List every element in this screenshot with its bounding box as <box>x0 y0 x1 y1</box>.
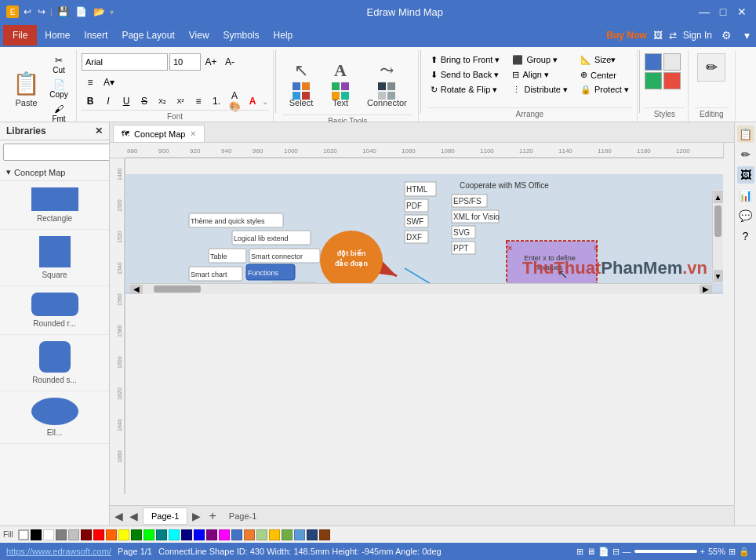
distribute-btn[interactable]: ⋮ Distribute ▾ <box>509 83 571 96</box>
scroll-horizontal[interactable]: ◀ ▶ <box>130 283 712 294</box>
shape-rounded-square[interactable]: Rounded s... <box>0 335 109 391</box>
save-quick[interactable]: 💾 <box>56 5 71 19</box>
status-icon-5[interactable]: ⊞ <box>729 547 736 557</box>
bold-btn[interactable]: B <box>82 93 99 110</box>
menu-expand-icon[interactable]: ▾ <box>741 27 753 43</box>
text-tool-btn[interactable]: A Text <box>322 53 359 115</box>
underline-btn[interactable]: U <box>118 93 135 110</box>
superscript-btn[interactable]: X² <box>172 93 189 110</box>
color-black[interactable] <box>31 529 42 540</box>
restore-btn[interactable]: □ <box>715 4 731 20</box>
status-icon-6[interactable]: 🔒 <box>739 547 750 557</box>
color-orange[interactable] <box>106 529 117 540</box>
connector-tool-btn[interactable]: ⤳ Connector <box>361 53 413 115</box>
send-to-back-btn[interactable]: ⬇ Send to Back ▾ <box>427 68 503 82</box>
color-maroon[interactable] <box>81 529 92 540</box>
page-nav-right-btn[interactable]: ▶ <box>191 510 202 522</box>
color-silver[interactable] <box>68 529 79 540</box>
scroll-right-btn[interactable]: ▶ <box>700 285 712 294</box>
view-menu[interactable]: View <box>183 25 216 45</box>
redo-btn[interactable]: ↪ <box>36 5 47 19</box>
canvas-area[interactable]: HTML PDF SWF DXF Cooperate with MS Offic… <box>114 174 723 294</box>
no-fill-btn[interactable] <box>18 529 29 540</box>
increase-font-btn[interactable]: A+ <box>202 53 220 71</box>
symbols-menu[interactable]: Symbols <box>217 25 266 45</box>
rp-btn-1[interactable]: 📋 <box>737 125 754 143</box>
shape-rectangle[interactable]: Rectangle <box>0 181 109 230</box>
color-darkblue[interactable] <box>307 529 318 540</box>
add-page-btn[interactable]: + <box>205 509 219 523</box>
libraries-close-btn[interactable]: ✕ <box>95 125 103 136</box>
font-name-input[interactable] <box>82 53 168 71</box>
color-steelblue[interactable] <box>294 529 305 540</box>
font-highlight-btn[interactable]: A🎨 <box>226 93 243 110</box>
copy-btn[interactable]: 📄 Copy <box>46 78 71 100</box>
status-icon-2[interactable]: 🖥 <box>587 547 595 556</box>
color-purple[interactable] <box>206 529 217 540</box>
rp-btn-5[interactable]: 💬 <box>737 207 754 224</box>
status-icon-4[interactable]: ⊟ <box>612 547 620 557</box>
bring-to-front-btn[interactable]: ⬆ Bring to Front ▾ <box>427 53 503 67</box>
style-swatch-4[interactable] <box>663 72 681 89</box>
zoom-plus-btn[interactable]: + <box>700 547 705 556</box>
decrease-font-btn[interactable]: A- <box>221 53 238 71</box>
rotate-flip-btn[interactable]: ↻ Rotate & Flip ▾ <box>427 83 503 96</box>
open-quick[interactable]: 📂 <box>92 5 107 19</box>
rp-btn-6[interactable]: ? <box>737 227 754 245</box>
sign-in-btn[interactable]: Sign In <box>683 30 712 41</box>
size-btn[interactable]: 📐 Size▾ <box>577 53 632 67</box>
page-prev-btn[interactable]: ◀ <box>113 510 125 522</box>
libraries-search-input[interactable] <box>3 144 110 161</box>
settings-icon[interactable]: ⚙ <box>718 27 735 43</box>
color-white[interactable] <box>43 529 54 540</box>
font-color-btn[interactable]: A <box>244 93 261 110</box>
color-gray[interactable] <box>56 529 67 540</box>
select-tool-btn[interactable]: ↖ Select <box>282 53 320 115</box>
color-brown[interactable] <box>319 529 330 540</box>
zoom-slider[interactable] <box>634 550 697 553</box>
color-teal[interactable] <box>156 529 167 540</box>
page-nav-left-btn[interactable]: ◀ <box>128 510 140 522</box>
file-menu[interactable]: File <box>3 25 37 45</box>
color-salmon[interactable] <box>244 529 255 540</box>
home-menu[interactable]: Home <box>38 25 76 45</box>
color-fuchsia[interactable] <box>219 529 230 540</box>
insert-menu[interactable]: Insert <box>78 25 114 45</box>
color-yellow[interactable] <box>118 529 129 540</box>
close-btn[interactable]: ✕ <box>734 4 750 20</box>
zoom-minus-btn[interactable]: — <box>623 547 631 556</box>
rp-btn-3[interactable]: 🖼 <box>737 166 754 184</box>
concept-map-nav-item[interactable]: ▾ Concept Map <box>0 164 109 181</box>
scroll-vertical[interactable]: ▲ ▼ <box>712 190 723 283</box>
color-olive[interactable] <box>282 529 293 540</box>
rp-btn-4[interactable]: 📊 <box>737 187 754 204</box>
cut-btn[interactable]: ✂ Cut <box>46 53 71 76</box>
color-navy[interactable] <box>181 529 192 540</box>
color-cornblue[interactable] <box>231 529 242 540</box>
style-swatch-2[interactable] <box>663 53 681 71</box>
share-icon[interactable]: 🖼 <box>653 30 663 41</box>
concept-map-tab[interactable]: 🗺 Concept Map ✕ <box>113 125 205 142</box>
protect-btn[interactable]: 🔒 Protect ▾ <box>577 83 632 96</box>
style-swatch-1[interactable] <box>645 53 662 71</box>
color-aqua[interactable] <box>169 529 180 540</box>
italic-btn[interactable]: I <box>100 93 117 110</box>
font-expand-icon[interactable]: ⌄ <box>262 97 268 106</box>
tab-close-btn[interactable]: ✕ <box>190 129 196 138</box>
align-left-btn[interactable]: ≡ <box>82 74 99 91</box>
rp-btn-2[interactable]: ✏ <box>737 146 754 163</box>
style-swatch-3[interactable] <box>645 72 662 89</box>
color-blue[interactable] <box>194 529 205 540</box>
shape-rounded-rect[interactable]: Rounded r... <box>0 286 109 335</box>
scroll-thumb-h[interactable] <box>154 285 201 293</box>
status-url[interactable]: https://www.edrawsoft.com/ <box>6 547 111 556</box>
list-btn[interactable]: ≡ <box>190 93 207 110</box>
share-btn[interactable]: ⇄ <box>669 30 677 41</box>
font-size-input[interactable] <box>169 53 201 71</box>
strikethrough-btn[interactable]: S <box>136 93 153 110</box>
center-btn[interactable]: ⊕ Center <box>577 68 632 82</box>
page-1-tab[interactable]: Page-1 <box>143 507 187 525</box>
status-icon-3[interactable]: 📄 <box>598 547 609 557</box>
align-btn[interactable]: ⊟ Align ▾ <box>509 68 571 82</box>
format-painter-btn[interactable]: 🖌 Fmt <box>46 102 71 125</box>
